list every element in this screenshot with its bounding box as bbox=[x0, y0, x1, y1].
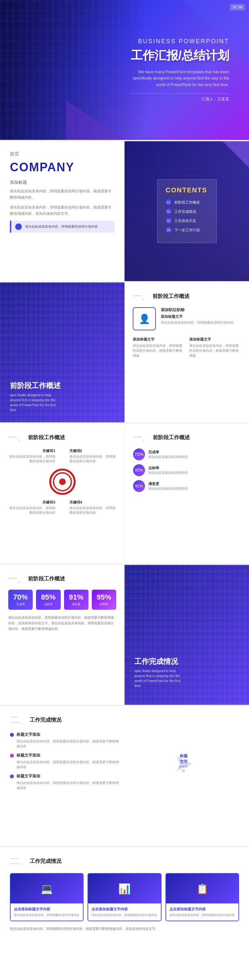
s5-right: 工作完成情况 spec.fically designed to help any… bbox=[124, 565, 249, 705]
slide-section1-header: 前阶段工作概述 spec.fically designed to help an… bbox=[0, 282, 249, 422]
s5-val1: 70% bbox=[10, 593, 31, 601]
s7-card2-top: 📊 bbox=[88, 874, 161, 904]
s4-right: 一、 前阶段工作概述 70% 完成率 请在此处添加具体说明内容 85% 达标率 … bbox=[124, 424, 249, 563]
quote-icon bbox=[15, 223, 22, 230]
s6-arrow-diagram: ➤ 标题文字 添加内容 bbox=[174, 752, 193, 775]
s3-label: 前阶段工作概述 spec.fically designed to help an… bbox=[10, 381, 63, 412]
s3-content-block: 👤 添加职位职称 添加标题文字 请在此处添加具体内容，简明扼要的说明分项内容 bbox=[133, 307, 241, 330]
s4-title: 前阶段工作概述 bbox=[28, 434, 65, 441]
s4r-icon3: 91% bbox=[133, 480, 145, 492]
foreword-company-title: COMPANY bbox=[10, 161, 115, 174]
contents-num-1: 01 bbox=[166, 199, 172, 205]
foreword-right: CONTENTS 01 前阶段工作概述 02 工作完成情况 03 工作存在不足 … bbox=[124, 141, 249, 281]
s5-left: 一、 前阶段工作概述 70% 完成率 85% 达标率 91% 满意度 95% 优… bbox=[0, 565, 124, 705]
s5-num-boxes: 70% 完成率 85% 达标率 91% 满意度 95% 优秀率 bbox=[8, 590, 116, 610]
slide-s2-timeline: 二、 工作完成情况 标题文字添加 请在此处添加具体内容，简明扼要的说明分项内容，… bbox=[0, 706, 249, 846]
s4r-text1: 完成率 请在此处添加具体说明内容 bbox=[148, 450, 188, 459]
foreword-quote: 请在此处添加具体内容，简明扼要的说明分项内容 bbox=[10, 221, 115, 232]
s3-icon-text: 添加职位职称 bbox=[161, 307, 233, 313]
s7-card1: 💻 点击添加标题文字内容 请在此处添加具体内容，简明扼要的说明分项内容 bbox=[10, 873, 83, 921]
s6-center-text: 标题文字 bbox=[179, 753, 188, 765]
s4-header: 一、 前阶段工作概述 bbox=[8, 432, 116, 444]
s3-section-header: 一、 前阶段工作概述 bbox=[133, 291, 241, 302]
s3-col1-text: 请在此处添加具体内容，简明扼要的说明分项内容，根据需要可酌情增减 bbox=[133, 343, 184, 358]
s7-card1-text: 请在此处添加具体内容，简明扼要的说明分项内容 bbox=[14, 913, 80, 917]
s5-label3: 满意度 bbox=[66, 602, 86, 606]
s4r-d2: 请在此处添加具体说明内容 bbox=[148, 471, 188, 475]
s6-item3-title: 标题文字添加 bbox=[16, 773, 40, 779]
cover-subtitle: We have many PowerPoint templates that h… bbox=[130, 69, 229, 88]
s4-item-2: 关键词2 请在此处添加具体内容，简明扼要的说明分项内容 bbox=[64, 449, 117, 464]
s6-right: ➤ 标题文字 添加内容 bbox=[128, 732, 239, 794]
s4r-text2: 达标率 请在此处添加具体说明内容 bbox=[148, 466, 188, 475]
s4r-item3: 91% 满意度 请在此处添加具体说明内容 bbox=[133, 480, 241, 492]
s4-item-1: 关键词1 请在此处添加具体内容，简明扼要的说明分项内容 bbox=[8, 449, 61, 464]
s7-body-text: 请在此处添加具体内容，简明扼要的说明分项内容，根据需要可酌情增减内容，添加具体的… bbox=[10, 926, 239, 932]
s6-center-sub: 添加内容 bbox=[179, 765, 188, 773]
slide-s1-target: 一、 前阶段工作概述 关键词1 请在此处添加具体内容，简明扼要的说明分项内容 关… bbox=[0, 424, 249, 563]
s7-cards: 💻 点击添加标题文字内容 请在此处添加具体内容，简明扼要的说明分项内容 📊 点击… bbox=[10, 873, 239, 921]
s4r-t1: 完成率 bbox=[148, 450, 188, 455]
s6-item1-row: 标题文字添加 bbox=[10, 732, 121, 738]
s6-item3-text: 请在此处添加具体内容，简明扼要的说明分项内容，根据需要可酌情增减内容 bbox=[10, 780, 121, 790]
s6-item2-text: 请在此处添加具体内容，简明扼要的说明分项内容，根据需要可酌情增减内容 bbox=[10, 760, 121, 770]
contents-text-3: 工作存在不足 bbox=[174, 218, 196, 223]
cover-presenter: 汇报人：王某某 bbox=[130, 93, 229, 102]
logo: 演门网 bbox=[230, 4, 245, 11]
contents-item-3: 03 工作存在不足 bbox=[166, 218, 208, 224]
s6-item1-text: 请在此处添加具体内容，简明扼要的说明分项内容，根据需要可酌情增减内容 bbox=[10, 739, 121, 749]
s5r-sub: spec.fically designed to help anyone fir… bbox=[134, 668, 187, 688]
s5-val4: 95% bbox=[94, 593, 114, 601]
s3-sec-num: 一、 bbox=[133, 291, 150, 302]
s4r-item1: 70% 完成率 请在此处添加具体说明内容 bbox=[133, 449, 241, 460]
cover-triangle-2 bbox=[66, 100, 126, 140]
s4-item1-text: 请在此处添加具体内容，简明扼要的说明分项内容 bbox=[8, 454, 56, 464]
s4-item4-title: 关键词4 bbox=[69, 500, 117, 505]
cover-cn-title: 工作汇报/总结计划 bbox=[130, 48, 229, 64]
s6-header: 二、 工作完成情况 bbox=[10, 714, 239, 726]
s5-title: 前阶段工作概述 bbox=[28, 576, 65, 582]
s4-left: 一、 前阶段工作概述 关键词1 请在此处添加具体内容，简明扼要的说明分项内容 关… bbox=[0, 424, 124, 563]
foreword-tri bbox=[223, 141, 249, 168]
s6-item2-title: 标题文字添加 bbox=[16, 752, 40, 758]
contents-text-4: 下一步工作计划 bbox=[174, 228, 200, 232]
contents-text-1: 前阶段工作概述 bbox=[174, 200, 200, 205]
s6-item1: 标题文字添加 请在此处添加具体内容，简明扼要的说明分项内容，根据需要可酌情增减内… bbox=[10, 732, 121, 749]
s4r-item2: 85% 达标率 请在此处添加具体说明内容 bbox=[133, 464, 241, 476]
s5-body: 请在此处添加具体内容，简明扼要的说明分项内容，根据需要可酌情增减内容，添加具体的… bbox=[8, 615, 116, 632]
s3-left: 前阶段工作概述 spec.fically designed to help an… bbox=[0, 282, 124, 422]
slide-s2-photocards: 二、 工作完成情况 💻 点击添加标题文字内容 请在此处添加具体内容，简明扼要的说… bbox=[0, 847, 249, 980]
s3-block-title: 添加标题文字 bbox=[161, 314, 233, 319]
s4r-d3: 请在此处添加具体说明内容 bbox=[148, 486, 188, 491]
s4-item3-title: 关键词3 bbox=[8, 500, 56, 505]
s5r-title: 工作完成情况 bbox=[134, 657, 187, 667]
contents-num-2: 02 bbox=[166, 208, 172, 215]
s5-header: 一、 前阶段工作概述 bbox=[8, 573, 116, 585]
s4-item3-text: 请在此处添加具体内容，简明扼要的说明分项内容 bbox=[8, 506, 56, 515]
s7-card2-text: 请在此处添加具体内容，简明扼要的说明分项内容 bbox=[91, 913, 157, 917]
s5-box4: 95% 优秀率 bbox=[92, 590, 116, 610]
s4-item2-title: 关键词2 bbox=[69, 449, 117, 453]
s7-card2-title: 点击添加标题文字内容 bbox=[91, 907, 157, 912]
s6-item2: 标题文字添加 请在此处添加具体内容，简明扼要的说明分项内容，根据需要可酌情增减内… bbox=[10, 752, 121, 770]
s3-left-title: 前阶段工作概述 bbox=[10, 381, 63, 391]
foreword-left: 前言 COMPANY 添加标题 请在此处添加具体内容，简明扼要的说明分项内容，根… bbox=[0, 141, 124, 281]
s5-label2: 达标率 bbox=[38, 602, 59, 606]
s4r-icon1: 70% bbox=[133, 449, 145, 460]
slide-s1-percentages: 一、 前阶段工作概述 70% 完成率 85% 达标率 91% 满意度 95% 优… bbox=[0, 565, 249, 705]
contents-num-3: 03 bbox=[166, 218, 172, 224]
s7-card1-top: 💻 bbox=[11, 874, 83, 904]
s7-num: 二、 bbox=[10, 856, 27, 867]
s3-block-text: 请在此处添加具体内容，简明扼要的说明分项内容 bbox=[161, 320, 233, 325]
s4-num: 一、 bbox=[8, 432, 26, 444]
s6-item3-row: 标题文字添加 bbox=[10, 773, 121, 779]
s7-card1-body: 点击添加标题文字内容 请在此处添加具体内容，简明扼要的说明分项内容 bbox=[11, 904, 83, 921]
contents-item-2: 02 工作完成情况 bbox=[166, 208, 208, 215]
s3-left-sub: spec.fically designed to help anyone fir… bbox=[10, 393, 63, 412]
s4r-num: 一、 bbox=[133, 432, 150, 444]
s3-two-col: 添加标题文字 请在此处添加具体内容，简明扼要的说明分项内容，根据需要可酌情增减 … bbox=[133, 337, 241, 358]
s7-card1-title: 点击添加标题文字内容 bbox=[14, 907, 80, 912]
contents-num-4: 04 bbox=[166, 227, 172, 233]
target-icon bbox=[49, 469, 76, 495]
s3-col1-title: 添加标题文字 bbox=[133, 337, 184, 342]
